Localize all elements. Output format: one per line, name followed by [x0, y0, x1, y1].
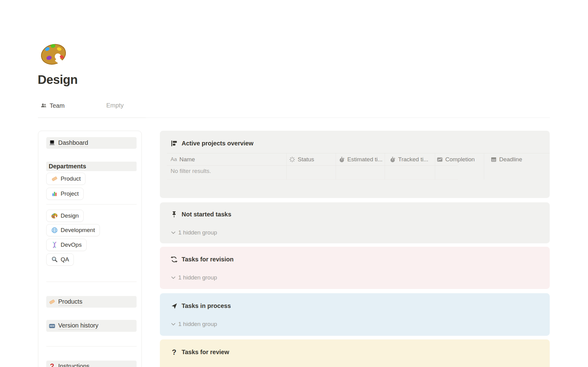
sidebar-button-product[interactable]: Product: [46, 173, 85, 185]
sidebar-item-label: Version history: [58, 322, 98, 330]
new-emoji: NEW: [49, 323, 55, 329]
sidebar-item-label: Dashboard: [58, 139, 88, 147]
linked-db-title[interactable]: Tasks for revision: [182, 256, 234, 263]
column-header-completion[interactable]: Completion: [437, 153, 475, 165]
column-separator[interactable]: [435, 153, 435, 179]
sidebar-divider: [46, 204, 137, 204]
line-chart-icon: [437, 156, 443, 163]
globe-emoji: [51, 227, 58, 234]
sidebar-button-label: QA: [61, 256, 69, 263]
spinner-icon: [289, 156, 295, 163]
sidebar-button-label: Product: [61, 175, 81, 182]
sidebar-button-label: Design: [61, 212, 79, 219]
palette-page-icon[interactable]: [39, 40, 69, 68]
column-header-name[interactable]: Aa Name: [171, 153, 195, 165]
column-separator[interactable]: [286, 153, 287, 179]
column-header-estimated-time[interactable]: Estimated ti...: [339, 153, 383, 165]
column-separator[interactable]: [385, 153, 385, 179]
linked-db-title[interactable]: Not started tasks: [182, 211, 231, 218]
people-icon: [41, 103, 47, 109]
page-title: Design: [38, 73, 77, 87]
team-property-value[interactable]: Empty: [106, 102, 124, 109]
linked-db-title[interactable]: Tasks in process: [182, 302, 231, 309]
hidden-group-label: 1 hidden group: [178, 321, 217, 328]
table-border: [167, 165, 458, 166]
column-label: Deadline: [499, 156, 522, 163]
linked-db-title[interactable]: Tasks for review: [182, 349, 229, 356]
section-tasks-for-review: ? Tasks for review: [160, 339, 550, 367]
chevron-down-icon: [171, 321, 176, 327]
section-tasks-for-revision: Tasks for revision 1 hidden group: [160, 247, 550, 289]
column-header-deadline[interactable]: Deadline: [491, 153, 522, 165]
sidebar-item-products[interactable]: Products: [46, 296, 137, 308]
dna-emoji: [51, 242, 58, 248]
sidebar-button-qa[interactable]: QA: [46, 253, 74, 266]
magnifier-emoji: [51, 256, 58, 263]
refresh-icon: [171, 256, 178, 263]
team-property-row[interactable]: Team: [41, 101, 65, 110]
tag-emoji: [51, 175, 58, 182]
no-filter-results-message: No filter results.: [171, 168, 211, 174]
hidden-group-toggle[interactable]: 1 hidden group: [171, 321, 217, 328]
hidden-group-toggle[interactable]: 1 hidden group: [171, 229, 217, 236]
sidebar-button-project[interactable]: Project: [46, 188, 84, 200]
sidebar-item-label: Products: [58, 298, 82, 306]
chevron-down-icon: [171, 230, 176, 235]
column-header-status[interactable]: Status: [289, 153, 314, 165]
tag-emoji: [49, 298, 55, 305]
sidebar-item-instructions[interactable]: ? Instructions: [46, 361, 137, 367]
sidebar-button-label: DevOps: [61, 242, 82, 248]
departments-header-label: Departments: [49, 163, 86, 170]
hidden-group-toggle[interactable]: 1 hidden group: [171, 274, 217, 281]
sidebar-button-label: Project: [61, 190, 79, 197]
sidebar-item-dashboard[interactable]: Dashboard: [46, 137, 137, 149]
column-label: Tracked ti...: [398, 156, 428, 163]
question-emoji: ?: [49, 363, 55, 367]
calendar-icon: [491, 156, 497, 163]
column-header-tracked-time[interactable]: Tracked ti...: [390, 153, 428, 165]
team-property-label: Team: [50, 102, 65, 109]
sidebar-button-label: Development: [61, 227, 95, 234]
question-icon: ?: [171, 349, 178, 356]
sidebar-divider: [46, 282, 137, 282]
laptop-emoji: [49, 140, 55, 146]
column-label: Estimated ti...: [347, 156, 383, 163]
chevron-down-icon: [171, 275, 176, 280]
svg-text:NEW: NEW: [50, 325, 55, 327]
text-icon: Aa: [171, 156, 177, 163]
notion-page: Design Team Empty Dashboard Departments: [0, 0, 588, 367]
hidden-group-label: 1 hidden group: [178, 229, 217, 236]
column-separator[interactable]: [484, 153, 484, 179]
stopwatch-icon: [339, 156, 345, 163]
column-label: Name: [179, 156, 195, 163]
stopwatch-icon: [390, 156, 396, 163]
sidebar-item-version-history[interactable]: NEW Version history: [46, 320, 137, 332]
palette-emoji: [51, 212, 58, 219]
table-border: [167, 179, 458, 180]
pin-icon: [171, 211, 178, 218]
sidebar-divider: [46, 346, 137, 346]
section-not-started-tasks: Not started tasks 1 hidden group: [160, 202, 550, 243]
sidebar-item-label: Instructions: [58, 363, 89, 367]
property-table-divider: [38, 118, 146, 118]
section-tasks-in-process: Tasks in process 1 hidden group: [160, 293, 550, 336]
sidebar-departments-header[interactable]: Departments: [46, 162, 137, 171]
section-active-projects: Active projects overview Aa Name Status: [160, 131, 550, 198]
column-label: Status: [298, 156, 314, 163]
gantt-chart-icon: [171, 140, 178, 147]
linked-db-title[interactable]: Active projects overview: [182, 140, 254, 147]
bar-chart-emoji: [51, 190, 58, 197]
navigation-icon: [171, 302, 178, 309]
sidebar-button-development[interactable]: Development: [46, 224, 100, 236]
column-label: Completion: [445, 156, 475, 163]
hidden-group-label: 1 hidden group: [178, 274, 217, 281]
sidebar-button-devops[interactable]: DevOps: [46, 239, 87, 251]
column-separator[interactable]: [336, 153, 336, 179]
sidebar-button-design[interactable]: Design: [46, 210, 84, 222]
sidebar-card: Dashboard Departments Product Project: [38, 131, 142, 367]
